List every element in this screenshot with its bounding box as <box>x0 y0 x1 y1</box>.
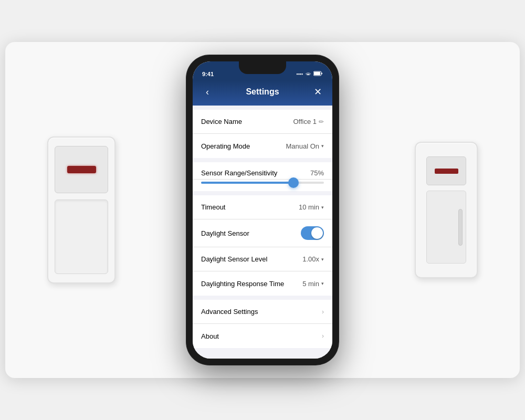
daylighting-response-text: 5 min <box>302 280 319 288</box>
wifi-icon <box>305 71 311 77</box>
daylight-level-chevron-icon[interactable]: ▾ <box>321 257 324 262</box>
timeout-text: 10 min <box>299 203 319 211</box>
status-icons: ▪▪▪▪ <box>296 71 323 77</box>
device-name-text: Office 1 <box>293 118 317 125</box>
right-switch-device <box>415 142 478 278</box>
sensor-range-text: 75% <box>310 169 324 177</box>
slider-container[interactable] <box>193 180 332 191</box>
daylighting-response-chevron-icon[interactable]: ▾ <box>321 281 324 286</box>
back-button[interactable]: ‹ <box>201 86 214 98</box>
daylight-level-text: 1.00x <box>302 255 319 263</box>
toggle-thumb <box>311 227 323 239</box>
timeout-value: 10 min ▾ <box>299 203 324 211</box>
wall-panel: 9:41 ▪▪▪▪ <box>5 42 520 378</box>
daylight-level-row[interactable]: Daylight Sensor Level 1.00x ▾ <box>193 247 332 271</box>
about-label: About <box>201 332 219 340</box>
settings-section-sensor: Sensor Range/Sensitivity 75% <box>193 162 332 191</box>
signal-icon: ▪▪▪▪ <box>296 71 303 77</box>
phone-frame: 9:41 ▪▪▪▪ <box>186 55 339 365</box>
close-button[interactable]: ✕ <box>311 86 324 98</box>
left-sensor-dot <box>67 166 96 173</box>
left-switch-device <box>47 136 116 284</box>
operating-mode-row[interactable]: Operating Mode Manual On ▾ <box>193 134 332 158</box>
slider-thumb[interactable] <box>288 177 299 188</box>
daylighting-response-row[interactable]: Daylighting Response Time 5 min ▾ <box>193 271 332 296</box>
timeout-chevron-icon[interactable]: ▾ <box>321 205 324 210</box>
battery-icon <box>313 71 323 77</box>
about-value: › <box>322 332 324 340</box>
operating-mode-value: Manual On ▾ <box>286 142 324 150</box>
slider-track <box>201 182 324 184</box>
status-time: 9:41 <box>202 71 214 77</box>
operating-mode-chevron-icon[interactable]: ▾ <box>321 143 324 149</box>
about-chevron-icon[interactable]: › <box>322 332 324 340</box>
settings-content: Device Name Office 1 ✏ Operating Mode Ma… <box>193 106 332 359</box>
left-sensor-area <box>55 146 108 193</box>
daylight-sensor-toggle[interactable] <box>301 226 324 240</box>
timeout-label: Timeout <box>201 203 225 211</box>
sensor-range-label: Sensor Range/Sensitivity <box>201 169 277 177</box>
right-sensor-dot <box>435 169 458 174</box>
device-name-value: Office 1 ✏ <box>293 118 324 125</box>
advanced-settings-value: › <box>322 308 324 316</box>
right-switch-inner <box>422 151 470 269</box>
operating-mode-label: Operating Mode <box>201 142 250 150</box>
right-sensor-area <box>426 156 466 185</box>
phone-screen: 9:41 ▪▪▪▪ <box>193 61 332 359</box>
timeout-row[interactable]: Timeout 10 min ▾ <box>193 195 332 219</box>
paddle-bar <box>458 209 463 246</box>
svg-rect-2 <box>321 73 322 75</box>
device-name-label: Device Name <box>201 118 242 125</box>
daylight-level-label: Daylight Sensor Level <box>201 255 267 263</box>
operating-mode-text: Manual On <box>286 142 319 150</box>
daylighting-response-label: Daylighting Response Time <box>201 280 284 288</box>
right-paddle-area <box>426 191 466 264</box>
settings-section-advanced: Advanced Settings › About › <box>193 300 332 348</box>
daylighting-response-value: 5 min ▾ <box>302 280 324 288</box>
daylight-sensor-label: Daylight Sensor <box>201 229 249 237</box>
save-section: SAVE AND EXIT <box>193 352 332 359</box>
about-row[interactable]: About › <box>193 324 332 348</box>
svg-rect-1 <box>314 72 320 75</box>
app-header: ‹ Settings ✕ <box>193 80 332 106</box>
settings-section-timeout: Timeout 10 min ▾ Daylight Sensor <box>193 195 332 296</box>
sensor-range-row: Sensor Range/Sensitivity 75% <box>193 162 332 180</box>
phone-wrapper: 9:41 ▪▪▪▪ <box>186 55 339 365</box>
sensor-range-value: 75% <box>310 169 324 177</box>
advanced-settings-chevron-icon[interactable]: › <box>322 308 324 316</box>
daylight-sensor-row[interactable]: Daylight Sensor <box>193 219 332 247</box>
advanced-settings-label: Advanced Settings <box>201 308 258 316</box>
header-title: Settings <box>246 87 279 97</box>
phone-notch <box>239 61 286 74</box>
left-button-area <box>55 200 108 274</box>
device-name-row[interactable]: Device Name Office 1 ✏ <box>193 110 332 134</box>
settings-section-basic: Device Name Office 1 ✏ Operating Mode Ma… <box>193 110 332 158</box>
slider-fill <box>201 182 293 184</box>
advanced-settings-row[interactable]: Advanced Settings › <box>193 300 332 324</box>
edit-icon[interactable]: ✏ <box>319 118 324 125</box>
daylight-level-value: 1.00x ▾ <box>302 255 324 263</box>
